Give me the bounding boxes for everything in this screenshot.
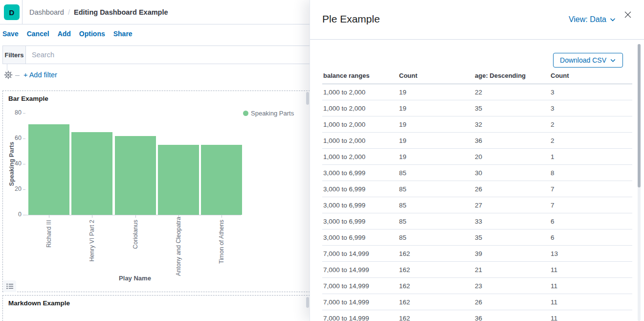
y-tick-mark	[23, 215, 25, 215]
table-row: 1,000 to 2,00019223	[322, 84, 632, 100]
table-cell: 35	[474, 229, 550, 246]
bar-richard-iii[interactable]	[28, 124, 69, 215]
column-header: age: Descending	[474, 72, 550, 84]
table-cell: 85	[398, 181, 474, 197]
table-cell: 7,000 to 14,999	[322, 278, 398, 294]
y-tick-mark	[23, 113, 25, 114]
table-cell: 3	[550, 84, 632, 100]
panel-markdown-title[interactable]: Markdown Example	[8, 299, 70, 307]
table-cell: 3,000 to 6,999	[322, 213, 398, 229]
table-row: 7,000 to 14,9991622611	[322, 294, 632, 310]
toolbar-add-button[interactable]: Add	[58, 30, 71, 38]
table-cell: 7,000 to 14,999	[322, 310, 398, 321]
filter-dash	[15, 75, 20, 76]
table-cell: 36	[474, 310, 550, 321]
panel-menu-nub	[306, 92, 309, 105]
toolbar-share-button[interactable]: Share	[113, 30, 133, 38]
legend-label: Speaking Parts	[251, 110, 294, 117]
toolbar-save-button[interactable]: Save	[2, 30, 19, 38]
y-tick-label: 60	[3, 135, 22, 141]
download-csv-button[interactable]: Download CSV	[553, 53, 623, 68]
legend-dot-icon	[243, 111, 248, 116]
data-flyout: Ple Example View: Data Download CSV bala…	[310, 0, 644, 321]
table-cell: 7	[550, 197, 632, 213]
table-cell: 11	[550, 310, 632, 321]
breadcrumb-dashboard[interactable]: Dashboard	[29, 8, 64, 16]
table-cell: 85	[398, 213, 474, 229]
breadcrumb-current: Editing Dashboard Example	[74, 8, 168, 16]
x-axis-label: Coriolanus	[132, 220, 139, 276]
column-header: Count	[550, 72, 632, 84]
chevron-down-icon	[609, 16, 616, 23]
table-cell: 162	[398, 246, 474, 262]
logo-cell: D	[0, 0, 22, 24]
table-cell: 26	[474, 181, 550, 197]
flyout-body: Download CSV balance rangesCountage: Des…	[310, 40, 644, 321]
table-row: 1,000 to 2,00019201	[322, 149, 632, 165]
table-cell: 1,000 to 2,000	[322, 149, 398, 165]
table-cell: 35	[474, 100, 550, 116]
scrollbar-track	[638, 44, 641, 321]
flyout-title: Ple Example	[322, 13, 380, 25]
x-tick-mark	[49, 215, 49, 218]
table-cell: 85	[398, 229, 474, 246]
table-cell: 3	[550, 100, 632, 116]
table-cell: 19	[398, 116, 474, 133]
y-tick-label: 80	[3, 109, 22, 116]
y-tick-label: 40	[3, 160, 22, 167]
table-cell: 30	[474, 165, 550, 181]
breadcrumb: Dashboard / Editing Dashboard Example	[29, 0, 168, 24]
add-filter-button[interactable]: + Add filter	[23, 71, 57, 79]
table-row: 7,000 to 14,9991623611	[322, 310, 632, 321]
table-cell: 7	[550, 181, 632, 197]
table-cell: 19	[398, 100, 474, 116]
table-cell: 11	[550, 294, 632, 310]
breadcrumb-separator: /	[68, 8, 70, 16]
table-row: 7,000 to 14,9991622111	[322, 262, 632, 278]
y-tick-mark	[23, 189, 25, 190]
bar-coriolanus[interactable]	[115, 136, 156, 215]
table-header-row: balance rangesCountage: DescendingCount	[322, 72, 632, 84]
table-cell: 11	[550, 262, 632, 278]
x-tick-mark	[135, 215, 136, 218]
x-tick-mark	[92, 215, 92, 218]
search-input[interactable]	[26, 46, 310, 64]
x-axis-line	[24, 215, 241, 215]
close-icon[interactable]	[623, 10, 632, 19]
table-cell: 19	[398, 84, 474, 100]
table-cell: 20	[474, 149, 550, 165]
gear-icon[interactable]	[4, 70, 13, 79]
scrollbar-thumb[interactable]	[638, 44, 641, 187]
view-selector[interactable]: View: Data	[569, 15, 616, 24]
table-cell: 8	[550, 165, 632, 181]
add-filter-row: + Add filter	[0, 68, 308, 84]
table-cell: 6	[550, 213, 632, 229]
table-row: 7,000 to 14,9991623913	[322, 246, 632, 262]
table-cell: 19	[398, 149, 474, 165]
toolbar-options-button[interactable]: Options	[79, 30, 105, 38]
x-tick-mark	[222, 215, 222, 218]
x-axis-label: Henry VI Part 2	[89, 220, 95, 276]
app-logo[interactable]: D	[4, 4, 20, 20]
table-cell: 162	[398, 310, 474, 321]
table-row: 3,000 to 6,99985267	[322, 181, 632, 197]
y-tick-label: 0	[3, 211, 22, 218]
toolbar-cancel-button[interactable]: Cancel	[27, 30, 49, 38]
legend-toggle-button[interactable]	[3, 280, 16, 292]
filters-tab[interactable]: Filters	[2, 46, 26, 64]
y-tick-mark	[23, 138, 25, 139]
bar-timon-of-athens[interactable]	[201, 145, 242, 215]
x-axis-label: Antony and Cleopatra	[175, 220, 182, 276]
table-cell: 7,000 to 14,999	[322, 246, 398, 262]
bar-antony-and-cleopatra[interactable]	[158, 145, 199, 215]
panel-menu-nub	[306, 297, 309, 308]
table-cell: 21	[474, 262, 550, 278]
table-cell: 19	[398, 133, 474, 149]
table-row: 3,000 to 6,99985356	[322, 229, 632, 246]
table-row: 1,000 to 2,00019353	[322, 100, 632, 116]
table-cell: 2	[550, 133, 632, 149]
bar-henry-vi-part-2[interactable]	[71, 132, 112, 215]
legend-item[interactable]: Speaking Parts	[243, 110, 294, 117]
table-row: 3,000 to 6,99985336	[322, 213, 632, 229]
chevron-down-icon	[610, 57, 616, 64]
